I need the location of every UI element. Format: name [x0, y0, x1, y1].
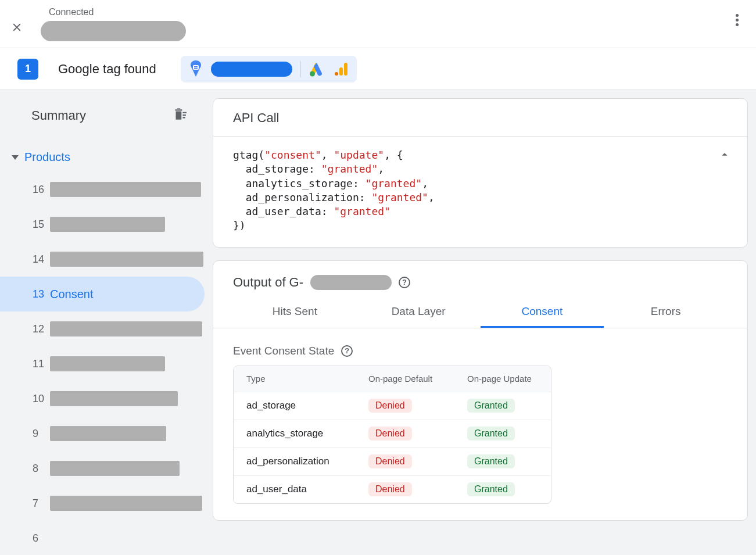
event-name-redacted [50, 182, 201, 197]
table-header: Type On-page Default On-page Update [234, 366, 551, 392]
event-number: 12 [33, 323, 50, 335]
tag-chip[interactable] [181, 56, 357, 83]
event-number: 10 [33, 393, 50, 405]
svg-rect-1 [194, 66, 198, 67]
chip-update: Granted [467, 454, 515, 468]
event-row[interactable]: 6 [0, 521, 205, 555]
event-row[interactable]: 11 [0, 346, 205, 381]
event-name: Consent [50, 288, 94, 301]
collapse-triangle-icon [12, 155, 19, 160]
event-name-redacted [50, 217, 165, 232]
tab-data-layer[interactable]: Data Layer [357, 296, 481, 328]
gtag-icon [189, 60, 203, 78]
tab-consent[interactable]: Consent [481, 296, 604, 328]
chip-default: Denied [368, 482, 412, 496]
svg-rect-2 [194, 68, 198, 69]
event-number: 13 [33, 288, 50, 300]
svg-rect-4 [344, 63, 347, 76]
table-row: ad_user_dataDeniedGranted [234, 475, 551, 503]
tab-hits-sent[interactable]: Hits Sent [233, 296, 357, 328]
event-name-redacted [50, 391, 178, 406]
event-row[interactable]: 14 [0, 242, 205, 277]
consent-state-table: Type On-page Default On-page Update ad_s… [233, 366, 551, 504]
event-name-redacted [50, 356, 165, 371]
connected-label: Connected [49, 7, 186, 17]
svg-rect-5 [339, 67, 343, 76]
api-call-card: API Call gtag("consent", "update", { ad_… [213, 98, 748, 248]
cell-type: ad_personalization [246, 456, 368, 467]
found-title: Google tag found [58, 62, 156, 77]
output-header: Output of G- ? [213, 261, 747, 296]
consent-state-label: Event Consent State [233, 345, 334, 357]
svg-point-3 [310, 71, 315, 76]
main-panel: API Call gtag("consent", "update", { ad_… [205, 90, 756, 555]
col-update: On-page Update [467, 374, 551, 384]
col-type: Type [246, 374, 368, 384]
clear-events-icon[interactable] [172, 107, 187, 124]
event-number: 15 [33, 219, 50, 231]
topbar: Connected [0, 0, 756, 48]
tag-id-redacted [211, 62, 292, 77]
api-call-header: API Call [213, 99, 747, 137]
event-number: 11 [33, 358, 50, 370]
output-id-redacted [310, 275, 392, 290]
connection-block: Connected [41, 7, 186, 41]
output-tabs: Hits SentData LayerConsentErrors [213, 296, 747, 328]
col-default: On-page Default [368, 374, 467, 384]
summary-row[interactable]: Summary [0, 103, 205, 128]
tag-count-badge: 1 [17, 59, 38, 80]
chip-update: Granted [467, 427, 515, 441]
event-row[interactable]: 12 [0, 311, 205, 346]
event-number: 9 [33, 428, 50, 440]
event-number: 14 [33, 253, 50, 266]
api-call-body: gtag("consent", "update", { ad_storage: … [213, 137, 747, 247]
chip-divider [300, 61, 301, 77]
summary-label: Summary [31, 108, 172, 123]
section-label: Products [24, 151, 70, 164]
sidebar: Summary Products 16151413Consent12111098… [0, 90, 205, 555]
found-bar: 1 Google tag found [0, 48, 756, 90]
collapse-icon[interactable] [718, 148, 731, 161]
chip-update: Granted [467, 482, 515, 496]
chip-default: Denied [368, 399, 412, 413]
connection-id-redacted [41, 21, 186, 41]
event-number: 7 [33, 497, 50, 510]
event-name-redacted [50, 426, 166, 441]
table-row: analytics_storageDeniedGranted [234, 420, 551, 447]
api-code: gtag("consent", "update", { ad_storage: … [233, 148, 728, 233]
event-row[interactable]: 8 [0, 451, 205, 486]
cell-type: analytics_storage [246, 428, 368, 439]
table-row: ad_personalizationDeniedGranted [234, 447, 551, 475]
consent-state-header: Event Consent State ? [213, 328, 747, 366]
event-name-redacted [50, 321, 202, 336]
event-row[interactable]: 9 [0, 416, 205, 451]
event-row[interactable]: 10 [0, 381, 205, 416]
help-icon[interactable]: ? [341, 345, 353, 357]
help-icon[interactable]: ? [399, 277, 410, 288]
event-row[interactable]: 15 [0, 207, 205, 242]
output-prefix: Output of G- [233, 275, 303, 290]
event-number: 16 [33, 184, 50, 196]
tab-errors[interactable]: Errors [604, 296, 728, 328]
chip-default: Denied [368, 454, 412, 468]
section-products[interactable]: Products [0, 151, 205, 164]
event-number: 6 [33, 532, 50, 545]
event-number: 8 [33, 463, 50, 475]
chip-default: Denied [368, 427, 412, 441]
table-row: ad_storageDeniedGranted [234, 392, 551, 420]
event-name-redacted [50, 252, 203, 267]
event-row[interactable]: 7 [0, 486, 205, 521]
close-icon[interactable] [10, 20, 23, 38]
chip-update: Granted [467, 399, 515, 413]
event-name-redacted [50, 496, 202, 511]
event-row[interactable]: 16 [0, 172, 205, 207]
svg-point-6 [335, 72, 338, 76]
events-list: 16151413Consent1211109876 [0, 172, 205, 555]
cell-type: ad_user_data [246, 484, 368, 495]
overflow-menu-icon[interactable] [736, 14, 739, 26]
google-ads-icon [309, 62, 325, 77]
cell-type: ad_storage [246, 400, 368, 411]
output-card: Output of G- ? Hits SentData LayerConsen… [213, 260, 748, 521]
event-name-redacted [50, 461, 180, 476]
event-row[interactable]: 13Consent [0, 277, 205, 311]
